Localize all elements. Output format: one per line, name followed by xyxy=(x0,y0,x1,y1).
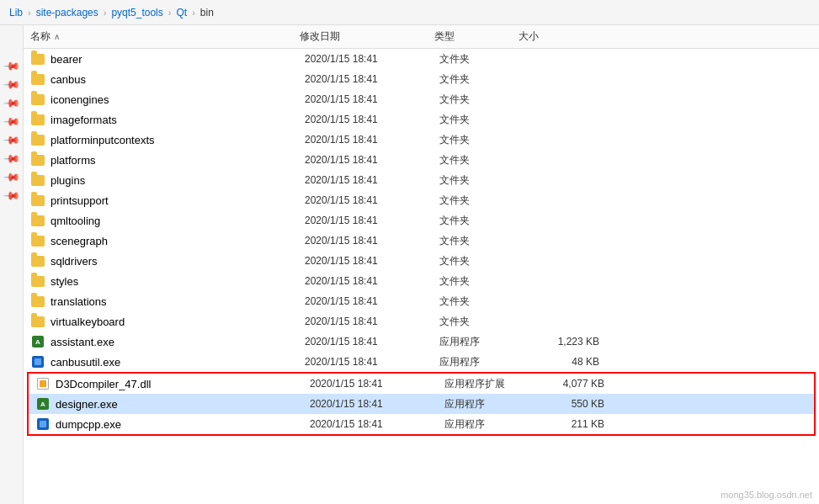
folder-icon xyxy=(31,296,45,307)
pin-icon-3[interactable]: 📌 xyxy=(2,93,21,113)
folder-icon xyxy=(31,215,45,226)
file-name: styles xyxy=(51,275,305,288)
file-type: 文件夹 xyxy=(439,254,524,268)
list-item[interactable]: platforminputcontexts2020/1/15 18:41文件夹 xyxy=(24,130,819,150)
col-header-name[interactable]: 名称 ∧ xyxy=(30,29,300,44)
list-item[interactable]: iconengines2020/1/15 18:41文件夹 xyxy=(24,89,819,109)
file-type: 应用程序扩展 xyxy=(444,377,529,391)
file-size: 211 KB xyxy=(529,418,604,430)
breadcrumb-bin: bin xyxy=(200,7,214,19)
pin-icon-8[interactable]: 📌 xyxy=(2,186,21,205)
file-type: 文件夹 xyxy=(439,214,524,228)
file-name: scenegraph xyxy=(51,235,305,247)
list-item[interactable]: bearer2020/1/15 18:41文件夹 xyxy=(24,49,819,69)
file-date: 2020/1/15 18:41 xyxy=(310,378,444,390)
list-item[interactable]: plugins2020/1/15 18:41文件夹 xyxy=(24,170,819,190)
list-item[interactable]: platforms2020/1/15 18:41文件夹 xyxy=(24,150,819,170)
file-date: 2020/1/15 18:41 xyxy=(310,398,444,410)
file-name: printsupport xyxy=(51,194,305,207)
file-name: virtualkeyboard xyxy=(51,316,305,328)
folder-icon xyxy=(31,195,45,206)
file-type: 文件夹 xyxy=(439,153,524,167)
pin-icon-7[interactable]: 📌 xyxy=(2,167,21,187)
folder-icon xyxy=(31,54,45,65)
file-name: platforminputcontexts xyxy=(51,134,305,146)
col-header-date[interactable]: 修改日期 xyxy=(300,29,434,44)
file-size: 48 KB xyxy=(524,356,599,368)
breadcrumb-site-packages[interactable]: site-packages xyxy=(36,7,98,19)
file-type: 文件夹 xyxy=(439,294,524,309)
file-date: 2020/1/15 18:41 xyxy=(305,154,439,166)
file-type: 文件夹 xyxy=(439,315,524,329)
file-date: 2020/1/15 18:41 xyxy=(305,174,439,186)
list-item[interactable]: canbusutil.exe2020/1/15 18:41应用程序48 KB xyxy=(24,352,819,372)
list-item[interactable]: D3Dcompiler_47.dll2020/1/15 18:41应用程序扩展4… xyxy=(29,374,814,394)
breadcrumb-qt[interactable]: Qt xyxy=(176,7,187,19)
file-date: 2020/1/15 18:41 xyxy=(305,114,439,125)
list-item[interactable]: qmltooling2020/1/15 18:41文件夹 xyxy=(24,210,819,231)
file-type: 应用程序 xyxy=(439,335,524,349)
pin-icon-6[interactable]: 📌 xyxy=(2,149,21,168)
folder-icon xyxy=(31,94,45,105)
list-item[interactable]: sqldrivers2020/1/15 18:41文件夹 xyxy=(24,251,819,271)
list-item[interactable]: imageformats2020/1/15 18:41文件夹 xyxy=(24,109,819,130)
list-item[interactable]: Adesigner.exe2020/1/15 18:41应用程序550 KB xyxy=(29,394,814,414)
file-type: 文件夹 xyxy=(439,234,524,248)
file-name: dumpcpp.exe xyxy=(56,418,310,431)
folder-icon xyxy=(31,236,45,247)
col-header-type[interactable]: 类型 xyxy=(434,29,519,44)
file-date: 2020/1/15 18:41 xyxy=(305,235,439,247)
pin-icon-2[interactable]: 📌 xyxy=(2,75,21,94)
list-item[interactable]: printsupport2020/1/15 18:41文件夹 xyxy=(24,190,819,210)
folder-icon xyxy=(31,74,45,85)
file-name: sqldrivers xyxy=(51,255,305,268)
main-container: 📌 📌 📌 📌 📌 📌 📌 📌 名称 ∧ 修改日期 类型 大小 bearer20… xyxy=(0,25,819,504)
breadcrumb: Lib › site-packages › pyqt5_tools › Qt ›… xyxy=(0,0,819,25)
file-date: 2020/1/15 18:41 xyxy=(305,194,439,206)
file-date: 2020/1/15 18:41 xyxy=(305,275,439,287)
folder-icon xyxy=(31,114,45,125)
list-item[interactable]: scenegraph2020/1/15 18:41文件夹 xyxy=(24,231,819,251)
list-item[interactable]: virtualkeyboard2020/1/15 18:41文件夹 xyxy=(24,311,819,332)
list-item[interactable]: canbus2020/1/15 18:41文件夹 xyxy=(24,69,819,89)
file-list[interactable]: bearer2020/1/15 18:41文件夹canbus2020/1/15 … xyxy=(24,49,819,504)
file-name: plugins xyxy=(51,174,305,187)
exe-green-icon: A xyxy=(37,398,49,410)
file-name: canbus xyxy=(51,73,305,86)
file-size: 550 KB xyxy=(529,398,604,410)
file-type: 文件夹 xyxy=(439,113,524,127)
file-date: 2020/1/15 18:41 xyxy=(305,295,439,307)
file-name: bearer xyxy=(51,53,305,66)
file-date: 2020/1/15 18:41 xyxy=(305,53,439,65)
file-name: platforms xyxy=(51,154,305,167)
col-header-size[interactable]: 大小 xyxy=(519,29,594,44)
file-type: 文件夹 xyxy=(439,133,524,147)
list-item[interactable]: dumpcpp.exe2020/1/15 18:41应用程序211 KB xyxy=(29,414,814,434)
list-item[interactable]: translations2020/1/15 18:41文件夹 xyxy=(24,291,819,311)
file-date: 2020/1/15 18:41 xyxy=(305,134,439,146)
file-name: qmltooling xyxy=(51,215,305,227)
folder-icon xyxy=(31,135,45,146)
file-name: iconengines xyxy=(51,93,305,106)
file-date: 2020/1/15 18:41 xyxy=(305,336,439,347)
pin-icon-5[interactable]: 📌 xyxy=(2,130,21,150)
breadcrumb-pyqt5-tools[interactable]: pyqt5_tools xyxy=(111,7,162,19)
folder-icon xyxy=(31,175,45,186)
file-size: 1,223 KB xyxy=(524,336,599,347)
red-highlight-group: D3Dcompiler_47.dll2020/1/15 18:41应用程序扩展4… xyxy=(27,372,816,436)
folder-icon xyxy=(31,276,45,287)
exe-green-icon: A xyxy=(32,336,44,347)
sort-arrow: ∧ xyxy=(54,32,60,41)
file-date: 2020/1/15 18:41 xyxy=(305,215,439,226)
exe-blue-icon xyxy=(37,418,49,430)
pin-icon-1[interactable]: 📌 xyxy=(2,56,21,76)
list-item[interactable]: Aassistant.exe2020/1/15 18:41应用程序1,223 K… xyxy=(24,332,819,352)
file-type: 应用程序 xyxy=(439,355,524,369)
pin-icon-4[interactable]: 📌 xyxy=(2,112,21,131)
breadcrumb-lib[interactable]: Lib xyxy=(9,7,23,19)
file-type: 应用程序 xyxy=(444,417,529,432)
file-date: 2020/1/15 18:41 xyxy=(305,93,439,105)
file-date: 2020/1/15 18:41 xyxy=(305,316,439,327)
list-item[interactable]: styles2020/1/15 18:41文件夹 xyxy=(24,271,819,291)
file-date: 2020/1/15 18:41 xyxy=(305,255,439,267)
